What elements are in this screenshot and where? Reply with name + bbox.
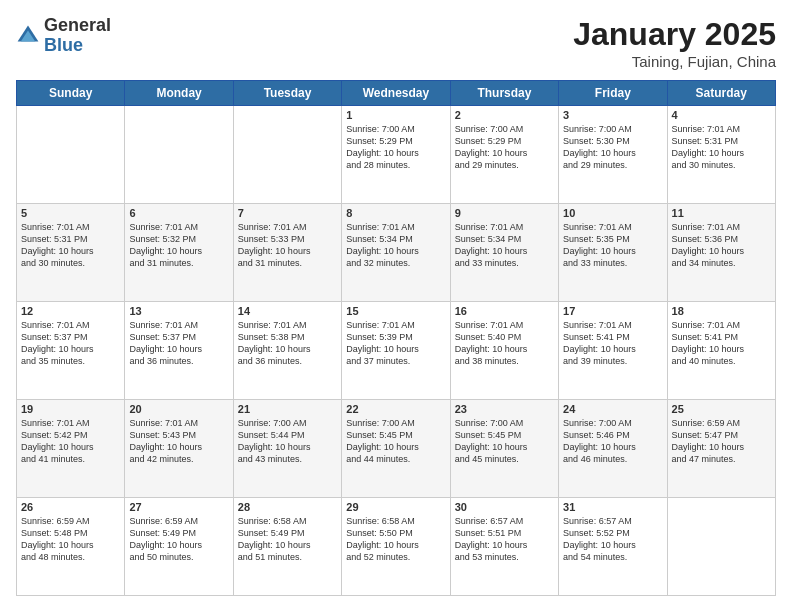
table-row: 17Sunrise: 7:01 AM Sunset: 5:41 PM Dayli… (559, 302, 667, 400)
day-number: 29 (346, 501, 445, 513)
table-row: 24Sunrise: 7:00 AM Sunset: 5:46 PM Dayli… (559, 400, 667, 498)
calendar-header-row: Sunday Monday Tuesday Wednesday Thursday… (17, 81, 776, 106)
logo-general-text: General (44, 16, 111, 36)
col-sunday: Sunday (17, 81, 125, 106)
table-row: 1Sunrise: 7:00 AM Sunset: 5:29 PM Daylig… (342, 106, 450, 204)
logo: General Blue (16, 16, 111, 56)
table-row (17, 106, 125, 204)
day-number: 31 (563, 501, 662, 513)
table-row: 11Sunrise: 7:01 AM Sunset: 5:36 PM Dayli… (667, 204, 775, 302)
cell-info: Sunrise: 6:59 AM Sunset: 5:47 PM Dayligh… (672, 417, 771, 466)
calendar-week-row: 12Sunrise: 7:01 AM Sunset: 5:37 PM Dayli… (17, 302, 776, 400)
col-wednesday: Wednesday (342, 81, 450, 106)
cell-info: Sunrise: 6:59 AM Sunset: 5:49 PM Dayligh… (129, 515, 228, 564)
day-number: 15 (346, 305, 445, 317)
col-friday: Friday (559, 81, 667, 106)
cell-info: Sunrise: 7:01 AM Sunset: 5:37 PM Dayligh… (21, 319, 120, 368)
day-number: 24 (563, 403, 662, 415)
day-number: 16 (455, 305, 554, 317)
table-row (125, 106, 233, 204)
logo-text: General Blue (44, 16, 111, 56)
cell-info: Sunrise: 7:01 AM Sunset: 5:34 PM Dayligh… (346, 221, 445, 270)
day-number: 26 (21, 501, 120, 513)
day-number: 12 (21, 305, 120, 317)
cell-info: Sunrise: 7:00 AM Sunset: 5:29 PM Dayligh… (346, 123, 445, 172)
table-row: 12Sunrise: 7:01 AM Sunset: 5:37 PM Dayli… (17, 302, 125, 400)
day-number: 27 (129, 501, 228, 513)
cell-info: Sunrise: 7:01 AM Sunset: 5:31 PM Dayligh… (21, 221, 120, 270)
table-row: 29Sunrise: 6:58 AM Sunset: 5:50 PM Dayli… (342, 498, 450, 596)
cell-info: Sunrise: 7:01 AM Sunset: 5:32 PM Dayligh… (129, 221, 228, 270)
col-tuesday: Tuesday (233, 81, 341, 106)
table-row: 7Sunrise: 7:01 AM Sunset: 5:33 PM Daylig… (233, 204, 341, 302)
title-block: January 2025 Taining, Fujian, China (573, 16, 776, 70)
table-row: 19Sunrise: 7:01 AM Sunset: 5:42 PM Dayli… (17, 400, 125, 498)
calendar-week-row: 1Sunrise: 7:00 AM Sunset: 5:29 PM Daylig… (17, 106, 776, 204)
day-number: 14 (238, 305, 337, 317)
day-number: 30 (455, 501, 554, 513)
cell-info: Sunrise: 7:01 AM Sunset: 5:41 PM Dayligh… (563, 319, 662, 368)
table-row: 26Sunrise: 6:59 AM Sunset: 5:48 PM Dayli… (17, 498, 125, 596)
table-row: 2Sunrise: 7:00 AM Sunset: 5:29 PM Daylig… (450, 106, 558, 204)
cell-info: Sunrise: 7:00 AM Sunset: 5:44 PM Dayligh… (238, 417, 337, 466)
cell-info: Sunrise: 7:01 AM Sunset: 5:31 PM Dayligh… (672, 123, 771, 172)
table-row: 21Sunrise: 7:00 AM Sunset: 5:44 PM Dayli… (233, 400, 341, 498)
table-row: 14Sunrise: 7:01 AM Sunset: 5:38 PM Dayli… (233, 302, 341, 400)
table-row: 13Sunrise: 7:01 AM Sunset: 5:37 PM Dayli… (125, 302, 233, 400)
day-number: 18 (672, 305, 771, 317)
table-row: 20Sunrise: 7:01 AM Sunset: 5:43 PM Dayli… (125, 400, 233, 498)
cell-info: Sunrise: 7:01 AM Sunset: 5:40 PM Dayligh… (455, 319, 554, 368)
day-number: 20 (129, 403, 228, 415)
cell-info: Sunrise: 7:01 AM Sunset: 5:35 PM Dayligh… (563, 221, 662, 270)
day-number: 25 (672, 403, 771, 415)
cell-info: Sunrise: 7:01 AM Sunset: 5:41 PM Dayligh… (672, 319, 771, 368)
cell-info: Sunrise: 7:00 AM Sunset: 5:45 PM Dayligh… (346, 417, 445, 466)
cell-info: Sunrise: 7:01 AM Sunset: 5:37 PM Dayligh… (129, 319, 228, 368)
table-row: 25Sunrise: 6:59 AM Sunset: 5:47 PM Dayli… (667, 400, 775, 498)
day-number: 6 (129, 207, 228, 219)
cell-info: Sunrise: 7:01 AM Sunset: 5:38 PM Dayligh… (238, 319, 337, 368)
table-row: 18Sunrise: 7:01 AM Sunset: 5:41 PM Dayli… (667, 302, 775, 400)
day-number: 17 (563, 305, 662, 317)
table-row: 4Sunrise: 7:01 AM Sunset: 5:31 PM Daylig… (667, 106, 775, 204)
table-row: 10Sunrise: 7:01 AM Sunset: 5:35 PM Dayli… (559, 204, 667, 302)
day-number: 4 (672, 109, 771, 121)
logo-icon (16, 24, 40, 48)
cell-info: Sunrise: 7:00 AM Sunset: 5:29 PM Dayligh… (455, 123, 554, 172)
cell-info: Sunrise: 7:01 AM Sunset: 5:34 PM Dayligh… (455, 221, 554, 270)
day-number: 11 (672, 207, 771, 219)
table-row: 3Sunrise: 7:00 AM Sunset: 5:30 PM Daylig… (559, 106, 667, 204)
day-number: 7 (238, 207, 337, 219)
table-row: 22Sunrise: 7:00 AM Sunset: 5:45 PM Dayli… (342, 400, 450, 498)
cell-info: Sunrise: 6:57 AM Sunset: 5:51 PM Dayligh… (455, 515, 554, 564)
cell-info: Sunrise: 7:01 AM Sunset: 5:36 PM Dayligh… (672, 221, 771, 270)
col-monday: Monday (125, 81, 233, 106)
cell-info: Sunrise: 7:01 AM Sunset: 5:33 PM Dayligh… (238, 221, 337, 270)
day-number: 3 (563, 109, 662, 121)
cell-info: Sunrise: 7:01 AM Sunset: 5:39 PM Dayligh… (346, 319, 445, 368)
cell-info: Sunrise: 6:59 AM Sunset: 5:48 PM Dayligh… (21, 515, 120, 564)
table-row: 6Sunrise: 7:01 AM Sunset: 5:32 PM Daylig… (125, 204, 233, 302)
day-number: 1 (346, 109, 445, 121)
day-number: 28 (238, 501, 337, 513)
col-saturday: Saturday (667, 81, 775, 106)
table-row: 5Sunrise: 7:01 AM Sunset: 5:31 PM Daylig… (17, 204, 125, 302)
day-number: 21 (238, 403, 337, 415)
cell-info: Sunrise: 6:57 AM Sunset: 5:52 PM Dayligh… (563, 515, 662, 564)
location-title: Taining, Fujian, China (573, 53, 776, 70)
table-row (233, 106, 341, 204)
day-number: 19 (21, 403, 120, 415)
day-number: 23 (455, 403, 554, 415)
cell-info: Sunrise: 7:00 AM Sunset: 5:45 PM Dayligh… (455, 417, 554, 466)
cell-info: Sunrise: 6:58 AM Sunset: 5:50 PM Dayligh… (346, 515, 445, 564)
table-row: 27Sunrise: 6:59 AM Sunset: 5:49 PM Dayli… (125, 498, 233, 596)
table-row: 9Sunrise: 7:01 AM Sunset: 5:34 PM Daylig… (450, 204, 558, 302)
day-number: 8 (346, 207, 445, 219)
cell-info: Sunrise: 7:00 AM Sunset: 5:46 PM Dayligh… (563, 417, 662, 466)
table-row: 31Sunrise: 6:57 AM Sunset: 5:52 PM Dayli… (559, 498, 667, 596)
logo-blue-text: Blue (44, 36, 111, 56)
table-row: 16Sunrise: 7:01 AM Sunset: 5:40 PM Dayli… (450, 302, 558, 400)
day-number: 2 (455, 109, 554, 121)
calendar-week-row: 19Sunrise: 7:01 AM Sunset: 5:42 PM Dayli… (17, 400, 776, 498)
cell-info: Sunrise: 6:58 AM Sunset: 5:49 PM Dayligh… (238, 515, 337, 564)
